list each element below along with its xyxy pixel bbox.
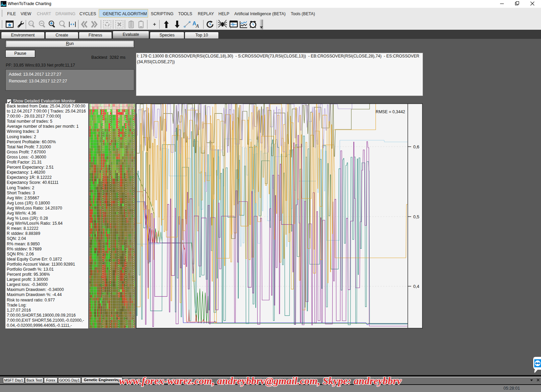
svg-text:0,6: 0,6 — [413, 144, 419, 149]
svg-text:RMSE = 0,3442: RMSE = 0,3442 — [376, 109, 405, 114]
svg-text:A: A — [195, 23, 199, 29]
svg-text:www.forex-warez.com, andreybbr: www.forex-warez.com, andreybbrv@gmail.co… — [119, 375, 402, 387]
svg-text:0,4: 0,4 — [413, 284, 419, 289]
svg-text:0,5: 0,5 — [413, 214, 419, 219]
svg-text:1:1: 1:1 — [29, 22, 33, 25]
